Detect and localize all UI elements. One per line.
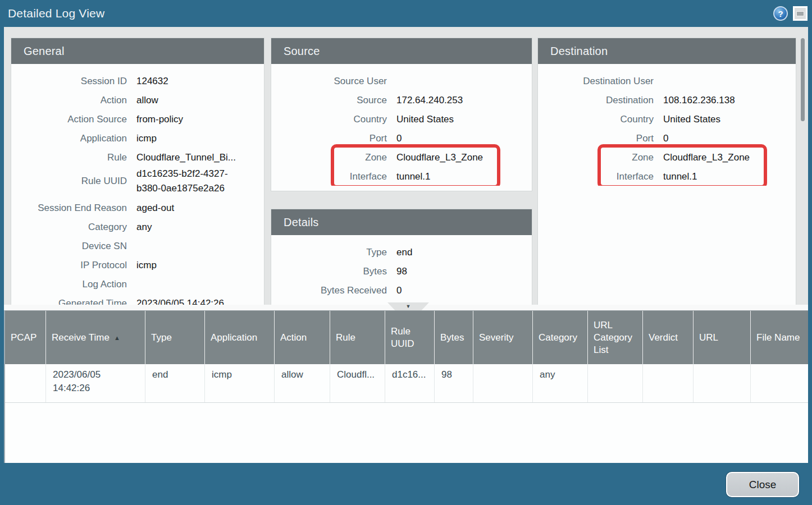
field-value: tunnel.1	[396, 167, 431, 186]
field-label: Type	[271, 243, 387, 262]
field-label: Rule UUID	[11, 172, 127, 191]
field-label: Interface	[271, 167, 387, 186]
cell-verdict	[643, 364, 694, 402]
cell-action: allow	[275, 364, 330, 402]
cell-url-category-list	[588, 364, 643, 402]
field-value: d1c16235-b2f2-4327-b380-0ae1875e2a26	[136, 167, 249, 196]
field-label: Session ID	[11, 72, 127, 91]
panel-source: Source Source UserSource172.64.240.253Co…	[271, 38, 532, 191]
detail-panels-region: General Session ID124632ActionallowActio…	[4, 27, 808, 305]
panel-title: Destination	[550, 45, 608, 58]
field-label: Zone	[538, 148, 654, 167]
field-row-category: Categoryany	[11, 217, 264, 236]
close-button[interactable]: Close	[726, 472, 799, 497]
field-value: from-policy	[136, 110, 183, 129]
field-row-zone: ZoneCloudflare_L3_Zone	[271, 148, 532, 167]
field-label: Action Source	[11, 110, 127, 129]
field-label: Action	[11, 91, 127, 110]
field-value: Cloudflare_L3_Zone	[663, 148, 750, 167]
column-header-label: PCAP	[11, 332, 37, 344]
column-header-label: Receive Time	[52, 332, 110, 344]
column-header-label: Action	[280, 332, 307, 344]
field-value: icmp	[136, 129, 157, 148]
field-label: Zone	[271, 148, 387, 167]
field-label: Bytes Received	[271, 281, 387, 300]
window-glyph	[796, 11, 804, 16]
column-header-url[interactable]: URL	[694, 311, 751, 364]
column-header-severity[interactable]: Severity	[473, 311, 533, 364]
panel-title: General	[24, 45, 65, 58]
field-row-session-end-reason: Session End Reasonaged-out	[11, 198, 264, 217]
panel-title: Source	[284, 45, 320, 58]
column-header-rule[interactable]: Rule	[330, 311, 385, 364]
field-label: IP Protocol	[11, 256, 127, 275]
panel-destination-body: Destination UserDestination108.162.236.1…	[538, 64, 796, 186]
panel-details-header: Details	[271, 209, 532, 235]
field-value: United States	[396, 110, 454, 129]
column-header-label: Severity	[479, 332, 513, 344]
field-row-zone: ZoneCloudflare_L3_Zone	[538, 148, 796, 167]
field-row-generated-time: Generated Time2023/06/05 14:42:26	[11, 293, 264, 305]
panel-details: Details TypeendBytes98Bytes Received0	[271, 209, 532, 305]
column-header-verdict[interactable]: Verdict	[643, 311, 694, 364]
column-header-label: Category	[539, 332, 577, 344]
field-label: Device SN	[11, 237, 127, 256]
field-label: Country	[538, 110, 654, 129]
field-label: Destination	[538, 91, 654, 110]
panel-source-header: Source	[271, 38, 532, 64]
log-table-row[interactable]: 2023/06/05 14:42:26endicmpallowCloudfl..…	[5, 364, 808, 403]
dialog-title: Detailed Log View	[0, 7, 104, 20]
field-value: icmp	[136, 256, 157, 275]
log-table: PCAPReceive Time▲TypeApplicationActionRu…	[4, 310, 808, 463]
field-value: tunnel.1	[663, 167, 697, 186]
cell-pcap	[5, 364, 46, 402]
field-row-source-user: Source User	[271, 71, 532, 90]
dialog-titlebar: Detailed Log View ?	[0, 0, 812, 27]
field-value: end	[396, 243, 412, 262]
field-row-type: Typeend	[271, 242, 532, 261]
field-label: Source User	[271, 72, 387, 91]
cell-rule: Cloudfl...	[330, 364, 385, 402]
column-header-category[interactable]: Category	[533, 311, 588, 364]
field-value: 2023/06/05 14:42:26	[136, 294, 224, 305]
field-value: 172.64.240.253	[396, 91, 463, 110]
column-header-type[interactable]: Type	[145, 311, 205, 364]
column-header-rule-uuid[interactable]: Rule UUID	[385, 311, 435, 364]
vertical-scrollbar-thumb[interactable]	[801, 38, 805, 121]
field-row-country: CountryUnited States	[271, 109, 532, 128]
cell-application: icmp	[205, 364, 275, 402]
column-header-label: Rule	[336, 332, 355, 344]
field-value: allow	[136, 91, 158, 110]
field-row-destination: Destination108.162.236.138	[538, 90, 796, 109]
column-header-file-name[interactable]: File Name	[751, 311, 808, 364]
field-row-source: Source172.64.240.253	[271, 90, 532, 109]
field-label: Generated Time	[11, 294, 127, 305]
field-row-rule-uuid: Rule UUIDd1c16235-b2f2-4327-b380-0ae1875…	[11, 167, 264, 198]
column-header-application[interactable]: Application	[205, 311, 275, 364]
column-header-label: Type	[151, 332, 172, 344]
column-header-pcap[interactable]: PCAP	[5, 311, 46, 364]
field-row-destination-user: Destination User	[538, 71, 796, 90]
cell-category: any	[533, 364, 588, 402]
field-value: any	[136, 218, 152, 237]
panel-details-body: TypeendBytes98Bytes Received0	[271, 235, 532, 300]
field-row-ip-protocol: IP Protocolicmp	[11, 255, 264, 274]
field-row-action: Actionallow	[11, 90, 264, 109]
column-header-action[interactable]: Action	[275, 311, 330, 364]
maximize-icon[interactable]	[793, 6, 808, 21]
sort-ascending-icon: ▲	[114, 332, 120, 344]
field-label: Source	[271, 91, 387, 110]
column-header-label: Bytes	[440, 332, 464, 344]
field-value: 0	[396, 281, 402, 300]
chevron-down-icon: ▼	[406, 304, 411, 309]
field-value: 98	[396, 262, 407, 281]
help-icon[interactable]: ?	[773, 6, 788, 21]
column-header-receive-time[interactable]: Receive Time▲	[46, 311, 145, 364]
column-header-label: File Name	[756, 332, 800, 344]
field-row-port: Port0	[271, 128, 532, 148]
field-row-session-id: Session ID124632	[11, 71, 264, 90]
column-header-bytes[interactable]: Bytes	[435, 311, 473, 364]
column-header-url-category-list[interactable]: URL Category List	[588, 311, 643, 364]
field-row-port: Port0	[538, 128, 796, 148]
field-label: Interface	[538, 167, 654, 186]
